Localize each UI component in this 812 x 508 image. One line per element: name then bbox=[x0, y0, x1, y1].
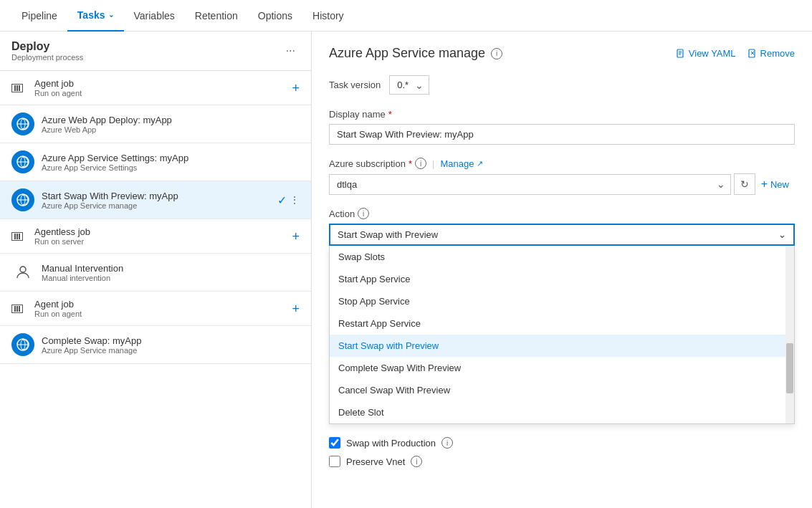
subscription-select[interactable]: dtlqa bbox=[329, 174, 731, 195]
start-swap-preview-name: Start Swap With Preview: myApp bbox=[42, 191, 277, 201]
azure-web-app-sub: Azure Web App bbox=[42, 125, 300, 134]
agentless-job-title: Agentless job bbox=[34, 226, 90, 237]
add-agentless-task-button[interactable]: + bbox=[292, 230, 300, 243]
task-azure-app-service-settings[interactable]: Azure App Service Settings: myApp Azure … bbox=[0, 143, 311, 181]
remove-icon bbox=[747, 49, 758, 59]
manual-intervention-name: Manual Intervention bbox=[42, 263, 300, 274]
display-name-group: Display name * bbox=[329, 109, 795, 145]
deploy-header: Deploy Deployment process ··· bbox=[0, 32, 311, 71]
task-version-select[interactable]: 0.* bbox=[389, 75, 429, 95]
action-info-icon[interactable]: i bbox=[358, 208, 369, 219]
dropdown-item-cancel-swap-preview[interactable]: Cancel Swap With Preview bbox=[330, 379, 794, 401]
start-swap-preview-icon bbox=[11, 188, 34, 211]
task-version-select-wrap: 0.* bbox=[389, 75, 429, 95]
swap-production-checkbox[interactable] bbox=[329, 437, 340, 449]
agent-job-2-row[interactable]: Agent job Run on agent + bbox=[0, 292, 311, 326]
swap-production-info-icon[interactable]: i bbox=[441, 437, 453, 449]
preserve-vnet-label[interactable]: Preserve Vnet bbox=[346, 456, 405, 467]
agent-job-2-icon bbox=[11, 305, 23, 313]
azure-web-app-icon bbox=[11, 112, 34, 135]
add-task-2-button[interactable]: + bbox=[292, 302, 300, 315]
nav-pipeline[interactable]: Pipeline bbox=[11, 0, 67, 32]
task-manual-intervention[interactable]: Manual Intervention Manual intervention bbox=[0, 254, 311, 292]
agent-job-1-title: Agent job bbox=[34, 78, 82, 89]
agent-job-1-subtitle: Run on agent bbox=[34, 89, 82, 97]
dropdown-item-stop-app-service[interactable]: Stop App Service bbox=[330, 290, 794, 312]
swap-production-label[interactable]: Swap with Production bbox=[346, 438, 436, 449]
task-check-icon: ✓ bbox=[277, 193, 287, 207]
agentless-job-subtitle: Run on server bbox=[34, 237, 90, 246]
tasks-chevron: ⌄ bbox=[108, 11, 114, 19]
action-dropdown-selected[interactable]: Start Swap with Preview ⌄ bbox=[329, 224, 795, 246]
subscription-new-button[interactable]: + New bbox=[755, 174, 795, 194]
subscription-row: dtlqa ↻ + New bbox=[329, 173, 795, 195]
task-complete-swap[interactable]: Complete Swap: myApp Azure App Service m… bbox=[0, 326, 311, 364]
remove-link[interactable]: Remove bbox=[747, 48, 795, 59]
add-task-1-button[interactable]: + bbox=[292, 82, 300, 95]
manual-intervention-icon bbox=[11, 261, 34, 284]
task-dots-button[interactable]: ⋮ bbox=[290, 194, 300, 206]
manage-link[interactable]: Manage ↗ bbox=[440, 158, 483, 169]
nav-retention[interactable]: Retention bbox=[185, 0, 248, 32]
dropdown-chevron-icon: ⌄ bbox=[778, 229, 786, 240]
complete-swap-sub: Azure App Service manage bbox=[42, 346, 300, 355]
preserve-vnet-checkbox[interactable] bbox=[329, 456, 340, 467]
dropdown-item-delete-slot[interactable]: Delete Slot bbox=[330, 401, 794, 423]
azure-subscription-label: Azure subscription * i | Manage ↗ bbox=[329, 158, 795, 169]
agentless-job-row[interactable]: Agentless job Run on server + bbox=[0, 219, 311, 254]
complete-swap-name: Complete Swap: myApp bbox=[42, 335, 300, 346]
task-version-row: Task version 0.* bbox=[329, 75, 795, 95]
nav-variables[interactable]: Variables bbox=[124, 0, 185, 32]
display-name-label: Display name * bbox=[329, 109, 795, 120]
top-nav: Pipeline Tasks ⌄ Variables Retention Opt… bbox=[0, 0, 812, 32]
panel-header: Azure App Service manage i View YAML Rem… bbox=[329, 46, 795, 61]
dropdown-item-complete-swap-preview[interactable]: Complete Swap With Preview bbox=[330, 357, 794, 379]
nav-history[interactable]: History bbox=[302, 0, 354, 32]
display-name-required: * bbox=[388, 109, 392, 120]
dropdown-scroll-thumb bbox=[786, 343, 793, 393]
panel-info-icon[interactable]: i bbox=[491, 48, 502, 59]
dropdown-item-start-app-service[interactable]: Start App Service bbox=[330, 268, 794, 290]
panel-title-text: Azure App Service manage bbox=[329, 46, 485, 61]
agentless-job-icon bbox=[11, 232, 23, 241]
agent-job-2-subtitle: Run on agent bbox=[34, 310, 82, 318]
nav-options[interactable]: Options bbox=[248, 0, 302, 32]
azure-app-service-settings-icon bbox=[11, 150, 34, 173]
swap-production-row: Swap with Production i bbox=[329, 437, 795, 449]
nav-tasks[interactable]: Tasks ⌄ bbox=[67, 0, 124, 32]
action-label: Action i bbox=[329, 208, 795, 219]
deploy-subtitle: Deployment process bbox=[11, 53, 83, 62]
subscription-required: * bbox=[409, 158, 412, 169]
dropdown-item-swap-slots[interactable]: Swap Slots bbox=[330, 246, 794, 268]
subscription-info-icon[interactable]: i bbox=[415, 158, 426, 169]
agent-job-2-title: Agent job bbox=[34, 299, 82, 310]
task-start-swap-preview[interactable]: Start Swap With Preview: myApp Azure App… bbox=[0, 181, 311, 219]
preserve-vnet-row: Preserve Vnet i bbox=[329, 456, 795, 467]
main-layout: Deploy Deployment process ··· Agent job … bbox=[0, 32, 812, 508]
left-panel: Deploy Deployment process ··· Agent job … bbox=[0, 32, 312, 508]
display-name-input[interactable] bbox=[329, 124, 795, 145]
task-azure-web-app[interactable]: Azure Web App Deploy: myApp Azure Web Ap… bbox=[0, 105, 311, 143]
deploy-title: Deploy bbox=[11, 40, 83, 53]
azure-subscription-group: Azure subscription * i | Manage ↗ dtlqa … bbox=[329, 158, 795, 195]
action-dropdown-list: Swap Slots Start App Service Stop App Se… bbox=[329, 246, 795, 424]
action-dropdown: Start Swap with Preview ⌄ Swap Slots Sta… bbox=[329, 224, 795, 424]
azure-app-service-settings-name: Azure App Service Settings: myApp bbox=[42, 153, 300, 163]
right-panel: Azure App Service manage i View YAML Rem… bbox=[312, 32, 812, 508]
agent-job-1-row[interactable]: Agent job Run on agent + bbox=[0, 71, 311, 105]
view-yaml-icon bbox=[676, 49, 686, 59]
dropdown-item-restart-app-service[interactable]: Restart App Service bbox=[330, 312, 794, 335]
dropdown-scrollbar bbox=[785, 246, 794, 423]
manual-intervention-sub: Manual intervention bbox=[42, 274, 300, 282]
azure-app-service-settings-sub: Azure App Service Settings bbox=[42, 163, 300, 172]
deploy-dots-button[interactable]: ··· bbox=[282, 43, 300, 59]
complete-swap-icon bbox=[11, 333, 34, 356]
action-group: Action i Start Swap with Preview ⌄ Swap … bbox=[329, 208, 795, 424]
subscription-select-wrap: dtlqa bbox=[329, 174, 731, 195]
start-swap-preview-sub: Azure App Service manage bbox=[42, 201, 277, 210]
dropdown-item-start-swap-preview[interactable]: Start Swap with Preview bbox=[330, 335, 794, 357]
svg-point-9 bbox=[20, 267, 26, 272]
subscription-refresh-button[interactable]: ↻ bbox=[734, 173, 755, 195]
preserve-vnet-info-icon[interactable]: i bbox=[411, 456, 422, 467]
view-yaml-link[interactable]: View YAML bbox=[676, 48, 736, 59]
